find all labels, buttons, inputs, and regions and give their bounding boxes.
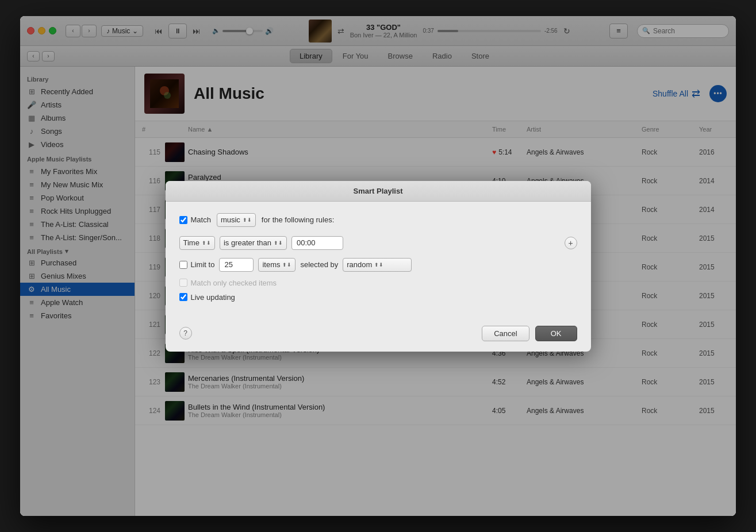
match-checkbox[interactable] <box>179 216 187 224</box>
selected-by-select[interactable]: random ⬆⬇ <box>343 258 412 272</box>
dialog-action-buttons: Cancel OK <box>482 326 577 341</box>
match-row: Match music ⬆⬇ for the following rules: <box>179 213 577 227</box>
limit-row: Limit to items ⬆⬇ selected by random ⬆⬇ <box>179 258 577 272</box>
smart-playlist-dialog: Smart Playlist Match music ⬆⬇ for the fo… <box>166 181 591 352</box>
for-label: for the following rules: <box>262 215 334 224</box>
add-rule-button[interactable]: + <box>565 237 577 249</box>
cancel-button[interactable]: Cancel <box>482 326 529 341</box>
limit-unit-select[interactable]: items ⬆⬇ <box>258 258 296 272</box>
rule-field-select[interactable]: Time ⬆⬇ <box>179 236 215 250</box>
dialog-body: Match music ⬆⬇ for the following rules: … <box>166 202 591 319</box>
limit-checkbox[interactable] <box>179 261 187 269</box>
rule-condition-arrow: ⬆⬇ <box>274 240 283 246</box>
rule-row: Time ⬆⬇ is greater than ⬆⬇ + <box>179 236 577 250</box>
selected-by-value: random <box>347 260 372 269</box>
limit-unit-arrow: ⬆⬇ <box>282 262 291 268</box>
live-updating-row: Live updating <box>179 293 577 302</box>
limit-value-input[interactable] <box>219 258 254 272</box>
dialog-footer: ? Cancel OK <box>166 319 591 352</box>
match-checked-checkbox <box>179 279 187 287</box>
limit-checkbox-wrap: Limit to <box>179 260 215 269</box>
itunes-window: ‹ › ♪ Music ⌄ ⏮ ⏸ ⏭ 🔈 🔊 ⇄ <box>20 16 736 516</box>
selected-by-label: selected by <box>300 260 338 269</box>
match-label: Match <box>191 215 211 224</box>
chevron-up-down-icon: ⬆⬇ <box>243 217 252 223</box>
match-checked-row: Match only checked items <box>179 279 577 287</box>
ok-button[interactable]: OK <box>535 326 577 341</box>
rule-field-value: Time <box>183 238 199 247</box>
help-button[interactable]: ? <box>179 327 192 340</box>
rule-condition-select[interactable]: is greater than ⬆⬇ <box>220 236 287 250</box>
rule-field-arrow: ⬆⬇ <box>202 240 211 246</box>
match-select-value: music <box>221 215 240 224</box>
selected-by-arrow: ⬆⬇ <box>374 262 383 268</box>
question-mark-icon: ? <box>183 329 187 337</box>
limit-unit-value: items <box>262 260 280 269</box>
match-select[interactable]: music ⬆⬇ <box>217 213 256 227</box>
rule-condition-value: is greater than <box>224 238 271 247</box>
limit-label: Limit to <box>191 260 215 269</box>
dialog-title: Smart Playlist <box>166 181 591 202</box>
match-checkbox-wrap: Match <box>179 215 211 224</box>
match-checked-label: Match only checked items <box>191 279 277 287</box>
dialog-overlay: Smart Playlist Match music ⬆⬇ for the fo… <box>20 16 736 516</box>
live-updating-checkbox[interactable] <box>179 293 187 301</box>
live-updating-label: Live updating <box>191 293 235 302</box>
rule-value-input[interactable] <box>291 236 343 250</box>
